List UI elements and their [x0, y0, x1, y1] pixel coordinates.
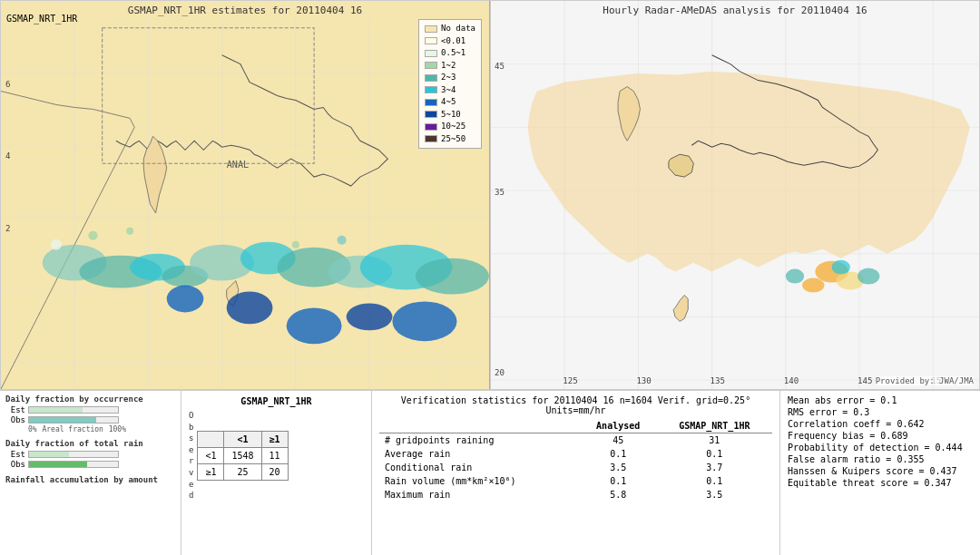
legend-item-2-3: 2~3	[425, 72, 475, 84]
obs-bar-fill-occ	[29, 417, 96, 423]
contingency-title: GSMAP_NRT_1HR	[189, 396, 364, 406]
est-label-occ: Est	[5, 405, 25, 414]
contingency-header-row: <1 ≥1	[198, 431, 288, 447]
left-map-svg: 6 4 2 ANAL	[1, 1, 489, 389]
verif-gsmap-0: 31	[657, 433, 772, 448]
score-equitable-threat: Equitable threat score = 0.347	[788, 478, 973, 488]
verif-label-2: Conditional rain	[379, 461, 580, 474]
est-label-rain: Est	[5, 450, 25, 459]
contingency-row-lt1: <1 1548 11	[198, 447, 288, 463]
legend-item-3-4: 3~4	[425, 84, 475, 97]
verif-gsmap-2: 3.7	[657, 461, 772, 474]
total-rain-title: Daily fraction of total rain	[5, 439, 175, 448]
legend-color-2-3	[425, 74, 437, 82]
verif-col-analysed: Analysed	[580, 419, 657, 433]
verif-label-1: Average rain	[379, 447, 580, 461]
bottom-row: Daily fraction by occurrence Est Obs 0%	[0, 390, 980, 555]
legend-item-05-1: 0.5~1	[425, 47, 475, 60]
svg-point-54	[832, 260, 850, 275]
svg-text:4: 4	[5, 151, 10, 161]
score-rms: RMS error = 0.3	[788, 407, 973, 417]
legend-item-25-50: 25~50	[425, 133, 475, 146]
legend-item-10-25: 10~25	[425, 121, 475, 133]
verif-row-2: Conditional rain 3.5 3.7	[379, 461, 772, 474]
verif-row-0: # gridpoints raining 45 31	[379, 433, 772, 448]
verif-col-gsmap: GSMAP_NRT_1HR	[657, 419, 772, 433]
verif-analysed-2: 3.5	[580, 461, 657, 474]
right-map-panel: Hourly Radar-AMeDAS analysis for 2011040…	[490, 0, 980, 390]
legend-color-4-5	[425, 99, 437, 106]
contingency-val-lt1-lt1: 1548	[224, 447, 261, 463]
est-bar-fill-rain	[29, 452, 69, 457]
verif-table: Analysed GSMAP_NRT_1HR # gridpoints rain…	[379, 419, 772, 501]
svg-point-29	[51, 239, 62, 250]
obs-bar-fill-rain	[29, 462, 87, 467]
svg-text:45: 45	[495, 62, 505, 71]
occurrence-obs-row: Obs	[5, 415, 175, 424]
est-bar-track-occ	[28, 406, 119, 414]
obs-label-occ: Obs	[5, 415, 25, 424]
obs-bar-track-rain	[28, 461, 119, 468]
verif-analysed-1: 0.1	[580, 447, 657, 461]
legend-color-25-50	[425, 135, 437, 142]
verif-header-row: Analysed GSMAP_NRT_1HR	[379, 419, 772, 433]
right-map-svg: 45 35 20 125 130 135 140 145 15	[491, 1, 979, 389]
verif-gsmap-3: 0.1	[657, 474, 772, 488]
provided-by-label: Provided by: JWA/JMA	[876, 376, 974, 385]
legend-item-5-10: 5~10	[425, 109, 475, 122]
svg-point-21	[416, 258, 489, 295]
svg-point-28	[126, 228, 133, 235]
left-map-panel: GSMAP_NRT_1HR estimates for 20110404 16 …	[0, 0, 490, 390]
svg-text:20: 20	[495, 368, 505, 377]
contingency-val-ge1-ge1: 20	[261, 463, 288, 480]
legend-color-lt001	[425, 37, 437, 44]
verif-gsmap-1: 0.1	[657, 447, 772, 461]
svg-point-27	[88, 231, 97, 240]
obs-bar-track-occ	[28, 416, 119, 424]
occurrence-chart: Est Obs 0% Areal fraction 100%	[5, 405, 175, 433]
svg-point-24	[287, 307, 342, 344]
svg-text:130: 130	[636, 376, 651, 385]
contingency-section: GSMAP_NRT_1HR O b s e r v e d <1 ≥1 <1 1…	[181, 391, 372, 555]
score-mean-abs: Mean abs error = 0.1	[788, 395, 973, 405]
contingency-rowlabel-lt1: <1	[198, 447, 224, 463]
contingency-table: <1 ≥1 <1 1548 11 ≥1 25 20	[197, 431, 288, 481]
total-rain-obs-row: Obs	[5, 460, 175, 469]
legend-item-nodata: No data	[425, 23, 475, 35]
verif-label-4: Maximum rain	[379, 488, 580, 501]
legend-color-3-4	[425, 86, 437, 93]
svg-text:6: 6	[5, 80, 10, 89]
total-rain-est-row: Est	[5, 450, 175, 459]
verification-section: Verification statistics for 20110404 16 …	[372, 391, 780, 555]
verif-row-3: Rain volume (mm*km²×10⁶) 0.1 0.1	[379, 474, 772, 488]
top-row: GSMAP_NRT_1HR estimates for 20110404 16 …	[0, 0, 980, 390]
legend-color-1-2	[425, 62, 437, 69]
legend-item-1-2: 1~2	[425, 60, 475, 73]
legend-color-nodata	[425, 25, 437, 33]
verif-row-1: Average rain 0.1 0.1	[379, 447, 772, 461]
obs-vertical-label: O b s e r v e d	[189, 410, 193, 501]
legend-color-05-1	[425, 50, 437, 57]
right-map-title: Hourly Radar-AMeDAS analysis for 2011040…	[491, 5, 979, 16]
est-bar-fill-occ	[29, 407, 83, 413]
verif-label-0: # gridpoints raining	[379, 433, 580, 448]
score-correlation: Correlation coeff = 0.642	[788, 419, 973, 429]
verif-analysed-0: 45	[580, 433, 657, 448]
svg-text:140: 140	[784, 376, 799, 385]
verif-row-4: Maximum rain 5.8 3.5	[379, 488, 772, 501]
bottom-charts-panel: Daily fraction by occurrence Est Obs 0%	[0, 391, 181, 555]
legend-item-lt001: <0.01	[425, 35, 475, 48]
contingency-col-ge1: ≥1	[261, 431, 288, 447]
map-legend: No data <0.01 0.5~1 1~2 2~3	[418, 19, 482, 149]
legend-color-5-10	[425, 111, 437, 118]
svg-point-30	[292, 241, 299, 248]
occurrence-title: Daily fraction by occurrence	[5, 394, 175, 404]
contingency-val-lt1-ge1: 11	[261, 447, 288, 463]
legend-color-10-25	[425, 123, 437, 131]
left-gsmap-label: GSMAP_NRT_1HR	[6, 14, 77, 24]
obs-label-rain: Obs	[5, 460, 25, 469]
svg-point-26	[392, 301, 456, 341]
contingency-row-ge1: ≥1 25 20	[198, 463, 288, 480]
main-container: GSMAP_NRT_1HR estimates for 20110404 16 …	[0, 0, 980, 555]
svg-point-55	[858, 268, 879, 285]
